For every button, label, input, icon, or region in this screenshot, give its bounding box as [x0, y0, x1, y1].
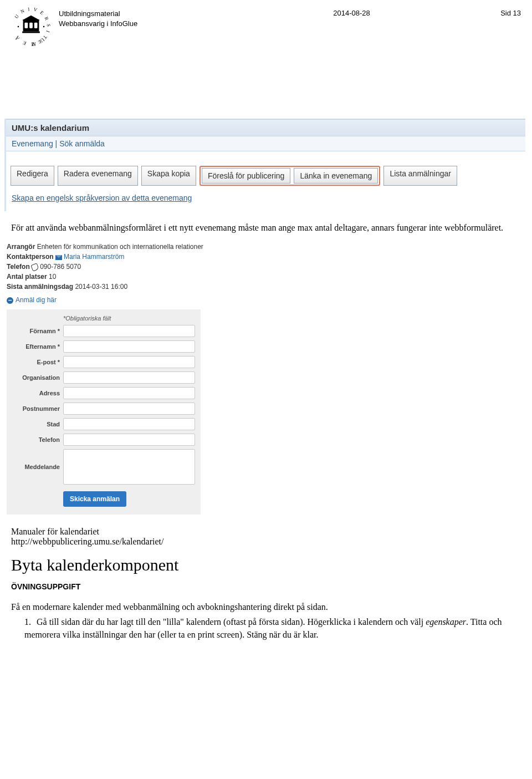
- organisation-label: Organisation: [12, 374, 63, 381]
- step-list: 1.Gå till sidan där du har lagt till den…: [0, 612, 532, 652]
- paragraph-1: För att använda webbanmälningsformläret …: [0, 211, 532, 237]
- lastname-label: Efternamn *: [12, 343, 63, 350]
- deadline-row: Sista anmälningsdag 2014-03-31 16:00: [7, 282, 245, 292]
- phone-icon: [30, 263, 39, 271]
- city-label: Stad: [12, 421, 63, 427]
- kalendarium-toolbar: Redigera Radera evenemang Skapa kopia Fö…: [6, 151, 525, 191]
- phone-field-label: Telefon: [12, 436, 63, 443]
- seats-row: Antal platser 10: [7, 272, 245, 282]
- page-header: U M E Å U N I V E R S I T E T Utbildning…: [0, 0, 532, 47]
- signup-form-screenshot: Arrangör Enheten för kommunikation och i…: [0, 237, 245, 520]
- phone-row: Telefon 090-786 5070: [7, 262, 245, 272]
- link-event-button[interactable]: Länka in evenemang: [294, 168, 378, 184]
- list-registrations-button[interactable]: Lista anmälningar: [383, 166, 457, 186]
- seats-value: 10: [49, 273, 56, 281]
- manuals-line1: Manualer för kalendariet: [0, 520, 532, 537]
- svg-point-2: [18, 26, 19, 28]
- signup-form-panel: *Obligatoriska fält Förnamn * Efternamn …: [7, 309, 201, 515]
- svg-rect-6: [24, 23, 28, 28]
- organisation-input[interactable]: [63, 371, 195, 384]
- contact-label: Kontaktperson: [7, 253, 54, 261]
- svg-rect-7: [29, 23, 33, 28]
- edit-button[interactable]: Redigera: [11, 166, 54, 186]
- svg-point-3: [43, 26, 45, 28]
- kalendarium-subnav[interactable]: Evenemang | Sök anmälda: [6, 136, 525, 151]
- deadline-value: 2014-03-31 16:00: [75, 283, 127, 291]
- deadline-label: Sista anmälningsdag: [7, 283, 73, 291]
- organizer-label: Arrangör: [7, 243, 35, 251]
- header-title-2: Webbansvarig i InfoGlue: [59, 19, 249, 29]
- contact-row: Kontaktperson Maria Hammarström: [7, 252, 245, 262]
- create-english-version-link[interactable]: Skapa en engelsk språkversion av detta e…: [6, 191, 525, 211]
- message-textarea[interactable]: [63, 449, 195, 485]
- postcode-input[interactable]: [63, 403, 195, 415]
- header-title-block: Utbildningsmaterial Webbansvarig i InfoG…: [59, 7, 249, 29]
- step1-text-a: Gå till sidan där du har lagt till den "…: [37, 617, 426, 627]
- organizer-row: Arrangör Enheten för kommunikation och i…: [7, 242, 245, 252]
- message-label: Meddelande: [12, 464, 63, 470]
- signup-here-link[interactable]: –Anmäl dig här: [7, 292, 245, 304]
- delete-event-button[interactable]: Radera evenemang: [58, 166, 138, 186]
- manuals-url: http://webbpublicering.umu.se/kalendarie…: [0, 537, 532, 547]
- phone-label: Telefon: [7, 263, 30, 271]
- email-input[interactable]: [63, 356, 195, 368]
- mandatory-hint: *Obligatoriska fält: [12, 315, 195, 325]
- copy-button[interactable]: Skapa kopia: [141, 166, 196, 186]
- header-date: 2014-08-28: [257, 7, 447, 17]
- seats-label: Antal platser: [7, 273, 47, 281]
- umea-logo: U M E Å U N I V E R S I T E T: [11, 7, 51, 47]
- email-label: E-post *: [12, 359, 63, 365]
- postcode-label: Postnummer: [12, 405, 63, 412]
- phone-input[interactable]: [63, 434, 195, 446]
- header-title-1: Utbildningsmaterial: [59, 9, 249, 19]
- exercise-intro: Få en modernare kalender med webbanmälni…: [0, 595, 532, 612]
- highlighted-buttons: Föreslå för publicering Länka in evenema…: [200, 166, 381, 186]
- step1-emphasis: egenskaper: [426, 617, 466, 627]
- firstname-label: Förnamn *: [12, 328, 63, 334]
- city-input[interactable]: [63, 418, 195, 430]
- step-number: 1.: [24, 615, 37, 628]
- submit-button[interactable]: Skicka anmälan: [63, 491, 126, 507]
- lastname-input[interactable]: [63, 340, 195, 353]
- svg-rect-8: [34, 23, 38, 28]
- firstname-input[interactable]: [63, 325, 195, 337]
- propose-publish-button[interactable]: Föreslå för publicering: [202, 168, 291, 184]
- svg-rect-5: [22, 32, 40, 33]
- header-page-number: Sid 13: [454, 7, 521, 17]
- envelope-icon: [55, 255, 62, 260]
- minus-icon: –: [7, 297, 13, 304]
- address-label: Adress: [12, 390, 63, 396]
- address-input[interactable]: [63, 387, 195, 399]
- contact-link[interactable]: Maria Hammarström: [64, 253, 124, 261]
- phone-value: 090-786 5070: [40, 263, 81, 271]
- section-heading: Byta kalenderkomponent: [0, 547, 532, 577]
- exercise-label: ÖVNINGSUPPGIFT: [0, 577, 532, 595]
- organizer-value: Enheten för kommunikation och internatio…: [37, 243, 203, 251]
- kalendarium-title: UMU:s kalendarium: [6, 119, 525, 136]
- kalendarium-screenshot: UMU:s kalendarium Evenemang | Sök anmäld…: [4, 119, 525, 211]
